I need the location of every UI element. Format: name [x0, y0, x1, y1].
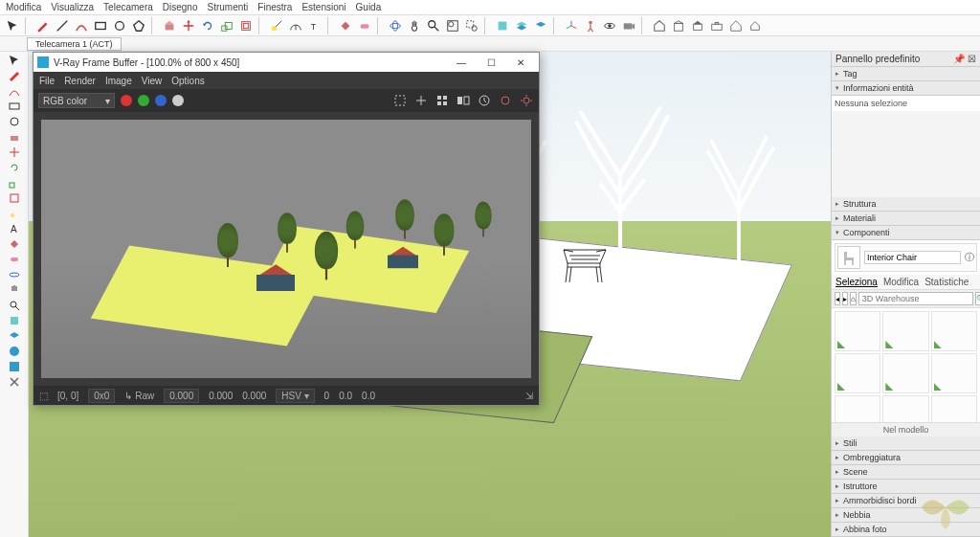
- camera-icon[interactable]: [620, 17, 637, 34]
- vfb-menu-options[interactable]: Options: [171, 76, 204, 86]
- vfb-mono-channel-icon[interactable]: [172, 95, 184, 106]
- lt-circle-icon[interactable]: [8, 115, 21, 128]
- vfb-grid-icon[interactable]: [434, 93, 450, 108]
- line-icon[interactable]: [54, 17, 71, 34]
- componenti-header[interactable]: Componenti: [832, 226, 980, 240]
- menu-finestra[interactable]: Finestra: [257, 2, 292, 12]
- paint-icon[interactable]: [337, 17, 354, 34]
- menu-disegno[interactable]: Disegno: [163, 2, 198, 12]
- vray-frame-buffer-window[interactable]: V-Ray Frame Buffer - [100.0% of 800 x 45…: [33, 52, 540, 406]
- scene-header[interactable]: Scene: [832, 465, 980, 480]
- lt-cross-icon[interactable]: [8, 375, 21, 389]
- struttura-header[interactable]: Struttura: [832, 197, 980, 212]
- nav-fwd-icon[interactable]: ▸: [842, 292, 848, 305]
- menu-estensioni[interactable]: Estensioni: [301, 2, 345, 12]
- component-name-field[interactable]: [864, 251, 961, 264]
- vfb-menu-render[interactable]: Render: [64, 76, 96, 86]
- default-tray-header[interactable]: Pannello predefinito📌 ☒: [832, 52, 980, 67]
- tab-modifica[interactable]: Modifica: [883, 277, 919, 287]
- section-icon[interactable]: [494, 17, 511, 34]
- vfb-history-icon[interactable]: [477, 93, 492, 108]
- lt-pan-icon[interactable]: [8, 283, 21, 297]
- menu-strumenti[interactable]: Strumenti: [208, 2, 249, 12]
- rectangle-icon[interactable]: [92, 17, 109, 34]
- stili-header[interactable]: Stili: [832, 436, 980, 451]
- settings-house-icon[interactable]: [727, 17, 745, 34]
- toolbox-icon[interactable]: [708, 17, 725, 34]
- 3dwarehouse-icon[interactable]: [670, 17, 687, 34]
- lt-orbit-icon[interactable]: [8, 268, 21, 281]
- component-item[interactable]: [931, 311, 977, 351]
- component-item[interactable]: [835, 353, 880, 393]
- text-icon[interactable]: T: [306, 17, 323, 34]
- close-button[interactable]: ✕: [506, 54, 535, 71]
- ombreggiatura-header[interactable]: Ombreggiatura: [832, 451, 980, 465]
- menu-visualizza[interactable]: Visualizza: [51, 2, 94, 12]
- nav-back-icon[interactable]: ◂: [835, 292, 840, 305]
- vfb-menubar[interactable]: File Render Image View Options: [33, 72, 539, 89]
- warehouse-icon[interactable]: [651, 17, 668, 34]
- search-go-icon[interactable]: 🔍: [975, 292, 980, 305]
- pan-icon[interactable]: [406, 17, 423, 34]
- maximize-button[interactable]: ☐: [477, 54, 505, 71]
- tape-icon[interactable]: [268, 17, 285, 34]
- protractor-icon[interactable]: [287, 17, 304, 34]
- tab-statistiche[interactable]: Statistiche: [924, 277, 969, 287]
- lt-paint-icon[interactable]: [8, 237, 21, 251]
- lt-rect-icon[interactable]: [8, 100, 21, 113]
- house2-icon[interactable]: [746, 17, 764, 34]
- layers2-icon[interactable]: [532, 17, 549, 34]
- lt-section-icon[interactable]: [8, 314, 21, 327]
- lt-vray2-icon[interactable]: [8, 360, 21, 373]
- component-item[interactable]: [931, 395, 977, 422]
- extension-warehouse-icon[interactable]: [689, 17, 706, 34]
- lt-eraser-icon[interactable]: [8, 253, 21, 266]
- offset-icon[interactable]: [237, 17, 255, 34]
- minimize-button[interactable]: —: [447, 54, 476, 71]
- pushpull-icon[interactable]: [161, 17, 178, 34]
- circle-icon[interactable]: [111, 17, 128, 34]
- eraser-icon[interactable]: [356, 17, 373, 34]
- lt-scale-icon[interactable]: [8, 176, 21, 190]
- orbit-icon[interactable]: [387, 17, 404, 34]
- vfb-red-channel-icon[interactable]: [121, 95, 132, 106]
- zoom-extents-icon[interactable]: [444, 17, 461, 34]
- vfb-plus-icon[interactable]: [413, 93, 429, 108]
- lt-pushpull-icon[interactable]: [8, 130, 21, 144]
- layers-icon[interactable]: [513, 17, 530, 34]
- move-icon[interactable]: [180, 17, 197, 34]
- vfb-expand-icon[interactable]: ⇲: [525, 391, 533, 401]
- look-icon[interactable]: [601, 17, 618, 34]
- vfb-menu-image[interactable]: Image: [105, 76, 132, 86]
- menu-modifica[interactable]: Modifica: [6, 2, 41, 12]
- arc-icon[interactable]: [73, 17, 90, 34]
- zoom-window-icon[interactable]: [463, 17, 480, 34]
- zoom-icon[interactable]: [425, 17, 442, 34]
- vfb-green-channel-icon[interactable]: [138, 95, 149, 106]
- pencil-icon[interactable]: [34, 17, 52, 34]
- lt-layers-icon[interactable]: [8, 329, 21, 343]
- lt-move-icon[interactable]: [8, 145, 21, 159]
- vfb-titlebar[interactable]: V-Ray Frame Buffer - [100.0% of 800 x 45…: [33, 53, 539, 72]
- component-item[interactable]: [835, 395, 880, 422]
- lt-rotate-icon[interactable]: [8, 161, 21, 174]
- component-item[interactable]: [835, 311, 880, 351]
- lt-text-icon[interactable]: A: [8, 222, 21, 235]
- materiali-header[interactable]: Materiali: [832, 212, 980, 226]
- component-search-input[interactable]: [858, 292, 973, 305]
- vfb-pixel-info-icon[interactable]: ⬚: [39, 391, 48, 401]
- vfb-region-icon[interactable]: [392, 93, 408, 108]
- rotate-icon[interactable]: [199, 17, 216, 34]
- lt-vray1-icon[interactable]: [8, 345, 21, 358]
- component-item[interactable]: [882, 395, 928, 422]
- vfb-lens-icon[interactable]: [498, 93, 513, 108]
- tag-panel-header[interactable]: Tag: [832, 67, 980, 81]
- main-menubar[interactable]: Modifica Visualizza Telecamera Disegno S…: [0, 0, 980, 15]
- component-grid[interactable]: [832, 308, 980, 422]
- component-source-label[interactable]: Nel modello: [832, 422, 980, 436]
- nav-home-icon[interactable]: ⌂: [850, 292, 857, 305]
- polygon-icon[interactable]: [130, 17, 147, 34]
- vfb-menu-file[interactable]: File: [39, 76, 55, 86]
- vfb-channel-dropdown[interactable]: RGB color▾: [38, 93, 115, 108]
- axes-icon[interactable]: [563, 17, 580, 34]
